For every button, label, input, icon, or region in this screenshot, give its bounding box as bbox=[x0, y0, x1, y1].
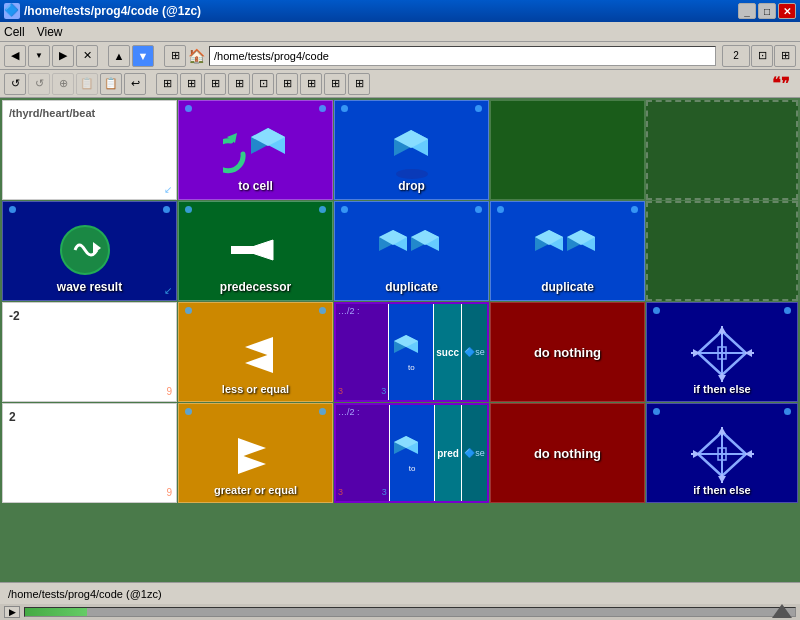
progress-bar-area: ▶ bbox=[0, 604, 800, 620]
status-text: /home/tests/prog4/code (@1zc) bbox=[8, 588, 162, 600]
cell-do-nothing1[interactable]: do nothing bbox=[490, 302, 645, 402]
grid-button[interactable]: ⊞ bbox=[164, 45, 186, 67]
svg-marker-36 bbox=[718, 375, 726, 382]
progress-fill bbox=[25, 608, 87, 616]
cell-duplicate2[interactable]: duplicate bbox=[490, 201, 645, 301]
close-button[interactable]: ✕ bbox=[778, 3, 796, 19]
progress-bar[interactable] bbox=[24, 607, 796, 617]
cell-to-cell[interactable]: to cell bbox=[178, 100, 333, 200]
dot-tr-pred bbox=[319, 206, 326, 213]
corner-num-comp2: 3 bbox=[338, 487, 343, 497]
less-or-equal-label: less or equal bbox=[222, 383, 289, 395]
to-cell-icon bbox=[223, 119, 288, 179]
duplicate2-icon bbox=[533, 222, 603, 280]
duplicate1-label: duplicate bbox=[385, 280, 438, 294]
cell-less-or-equal[interactable]: less or equal bbox=[178, 302, 333, 402]
tb2-btn11[interactable]: ⊡ bbox=[252, 73, 274, 95]
cell-if-then-else2[interactable]: if then else bbox=[646, 403, 798, 503]
window-icon: 🔷 bbox=[4, 3, 20, 19]
dot-tr-ite1 bbox=[784, 307, 791, 314]
svg-marker-57 bbox=[745, 450, 752, 458]
tb2-btn7[interactable]: ⊞ bbox=[156, 73, 178, 95]
corner-num-r2c0: 9 bbox=[166, 386, 172, 397]
duplicate2-label: duplicate bbox=[541, 280, 594, 294]
stop-button[interactable]: ✕ bbox=[76, 45, 98, 67]
corner-num-comp1: 3 bbox=[338, 386, 343, 396]
comp2-sub-label1: to bbox=[409, 464, 416, 473]
cell-drop[interactable]: drop bbox=[334, 100, 489, 200]
grid-view-1[interactable]: ⊡ bbox=[751, 45, 773, 67]
cell-r3c0-label[interactable]: 2 9 bbox=[2, 403, 177, 503]
title-bar: 🔷 /home/tests/prog4/code (@1zc) _ □ ✕ bbox=[0, 0, 800, 22]
wave-result-icon bbox=[57, 220, 122, 280]
comp1-sub-label1: to bbox=[408, 363, 415, 372]
main-content-area: /thyrd/heart/beat ↙ bbox=[0, 98, 800, 582]
cell-predecessor[interactable]: predecessor bbox=[178, 201, 333, 301]
corner-arrow-wave: ↙ bbox=[164, 285, 172, 296]
cell-r2c0-label[interactable]: -2 9 bbox=[2, 302, 177, 402]
menu-cell[interactable]: Cell bbox=[4, 25, 25, 39]
minimize-button[interactable]: _ bbox=[738, 3, 756, 19]
cell-r3c0-text: 2 bbox=[9, 410, 16, 424]
cell-if-then-else1[interactable]: if then else bbox=[646, 302, 798, 402]
cell-composite2[interactable]: …/2 : 3 3 to bbox=[334, 403, 489, 503]
maximize-button[interactable]: □ bbox=[758, 3, 776, 19]
cell-r0c0-label[interactable]: /thyrd/heart/beat ↙ bbox=[2, 100, 177, 200]
svg-marker-58 bbox=[772, 604, 792, 618]
composite2-cube-icon bbox=[394, 434, 429, 464]
comp1-succ-label: succ bbox=[436, 347, 459, 358]
dot-tr-loe bbox=[319, 307, 326, 314]
menu-view[interactable]: View bbox=[37, 25, 63, 39]
dot-tl-dup2 bbox=[497, 206, 504, 213]
tb2-btn8[interactable]: ⊞ bbox=[180, 73, 202, 95]
down-button[interactable]: ▼ bbox=[132, 45, 154, 67]
cell-r0c3-empty[interactable] bbox=[490, 100, 645, 200]
progress-play-btn[interactable]: ▶ bbox=[4, 606, 20, 618]
corner-arrow-r0c0: ↙ bbox=[164, 184, 172, 195]
tb2-btn14[interactable]: ⊞ bbox=[324, 73, 346, 95]
if-then-else1-label: if then else bbox=[693, 383, 750, 395]
dot-tr-dup1 bbox=[475, 206, 482, 213]
grid-view-2[interactable]: ⊞ bbox=[774, 45, 796, 67]
do-nothing2-label: do nothing bbox=[534, 446, 601, 461]
up-button[interactable]: ▲ bbox=[108, 45, 130, 67]
tb2-btn2[interactable]: ↺ bbox=[28, 73, 50, 95]
tb2-btn4[interactable]: 📋 bbox=[76, 73, 98, 95]
cell-do-nothing2[interactable]: do nothing bbox=[490, 403, 645, 503]
page-num-display: 2 bbox=[722, 45, 750, 67]
cell-composite1[interactable]: …/2 : 3 3 to bbox=[334, 302, 489, 402]
dot-tr-dup2 bbox=[631, 206, 638, 213]
cell-r1c4-dashed[interactable] bbox=[646, 201, 798, 301]
comp2-se-label: 🔷se bbox=[464, 448, 485, 458]
back-button[interactable]: ◀ bbox=[4, 45, 26, 67]
tb2-btn10[interactable]: ⊞ bbox=[228, 73, 250, 95]
cell-grid: /thyrd/heart/beat ↙ bbox=[0, 98, 800, 582]
tb2-btn5[interactable]: 📋 bbox=[100, 73, 122, 95]
tb2-btn3[interactable]: ⊕ bbox=[52, 73, 74, 95]
svg-point-7 bbox=[396, 169, 428, 179]
cell-wave-result[interactable]: wave result ↙ bbox=[2, 201, 177, 301]
cell-r0c4-dashed[interactable] bbox=[646, 100, 798, 200]
dot-tl-loe bbox=[185, 307, 192, 314]
scroll-cursor-icon bbox=[772, 604, 792, 618]
tb2-btn6[interactable]: ↩ bbox=[124, 73, 146, 95]
dropdown-button[interactable]: ▼ bbox=[28, 45, 50, 67]
if-then-else2-icon bbox=[690, 426, 755, 484]
to-cell-label: to cell bbox=[238, 179, 273, 193]
cell-duplicate1[interactable]: duplicate bbox=[334, 201, 489, 301]
drop-icon bbox=[382, 124, 442, 179]
corner-num-comp1b: 3 bbox=[381, 386, 386, 396]
comp1-se-label: 🔷se bbox=[464, 347, 485, 357]
address-input[interactable] bbox=[209, 46, 716, 66]
main-window: 🔷 /home/tests/prog4/code (@1zc) _ □ ✕ Ce… bbox=[0, 0, 800, 620]
forward-button[interactable]: ▶ bbox=[52, 45, 74, 67]
tb2-btn15[interactable]: ⊞ bbox=[348, 73, 370, 95]
less-or-equal-icon bbox=[223, 325, 288, 383]
tb2-btn9[interactable]: ⊞ bbox=[204, 73, 226, 95]
dot-tr-drop bbox=[475, 105, 482, 112]
tb2-btn12[interactable]: ⊞ bbox=[276, 73, 298, 95]
tb2-btn1[interactable]: ↺ bbox=[4, 73, 26, 95]
tb2-btn13[interactable]: ⊞ bbox=[300, 73, 322, 95]
corner-num-comp2b: 3 bbox=[382, 487, 387, 497]
cell-greater-or-equal[interactable]: greater or equal bbox=[178, 403, 333, 503]
